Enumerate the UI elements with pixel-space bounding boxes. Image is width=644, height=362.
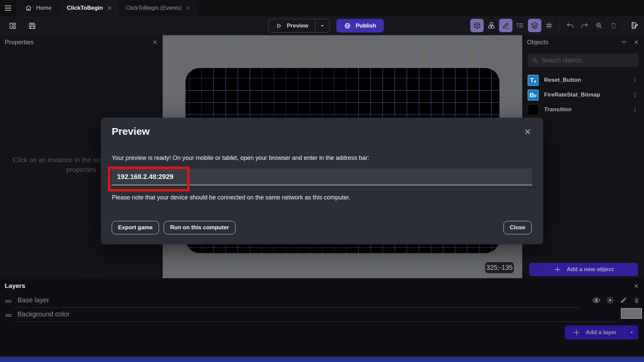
- tab-scene[interactable]: ClickToBegin: [60, 0, 119, 16]
- preview-label: Preview: [287, 22, 308, 29]
- open-project-manager-button[interactable]: [6, 19, 19, 33]
- drag-handle-icon[interactable]: [4, 298, 13, 305]
- undo-button[interactable]: [564, 19, 577, 32]
- objects-search: [528, 54, 639, 67]
- object-name: Reset_Button: [544, 77, 624, 83]
- preview-split-button: Preview: [268, 19, 330, 33]
- panel-title: Properties: [5, 39, 34, 46]
- publish-label: Publish: [356, 22, 376, 29]
- play-icon: [275, 22, 282, 29]
- preview-button[interactable]: Preview: [269, 22, 315, 29]
- kebab-menu-icon[interactable]: [629, 105, 641, 114]
- tab-events[interactable]: ClickToBegin (Events): [119, 0, 198, 16]
- bitmap-font-object-icon: BF: [528, 89, 539, 101]
- edit-scene-events-button[interactable]: [628, 19, 641, 32]
- undo-icon: [566, 21, 574, 29]
- zoom-button[interactable]: [592, 19, 606, 32]
- layer-name[interactable]: Background color: [17, 310, 70, 318]
- eye-icon[interactable]: [592, 296, 601, 305]
- layer-name[interactable]: Base layer: [17, 296, 49, 304]
- tab-label: Home: [36, 5, 51, 11]
- object-name: FireRateStat_Bitmap: [544, 92, 624, 98]
- toggle-objects-panel-button[interactable]: [470, 19, 484, 32]
- panel-title: Layers: [5, 282, 25, 290]
- dialog-title: Preview: [112, 126, 150, 137]
- list-item[interactable]: Transition: [522, 102, 644, 117]
- preview-options-button[interactable]: [315, 23, 329, 28]
- toggle-grid-button[interactable]: [542, 19, 556, 32]
- layer-row-background[interactable]: Background color: [0, 309, 644, 322]
- background-color-swatch[interactable]: [621, 308, 642, 319]
- filter-icon[interactable]: [621, 39, 627, 46]
- dialog-actions: Export game Run on this computer Close: [112, 221, 532, 234]
- list-item[interactable]: Tx Reset_Button: [522, 73, 644, 87]
- divider: [559, 20, 560, 31]
- toggle-properties-panel-button[interactable]: [499, 19, 513, 32]
- objects-list: Tx Reset_Button BF FireRateStat_Bitmap T…: [522, 73, 644, 117]
- divider: [624, 20, 624, 31]
- home-icon: [25, 4, 32, 12]
- chevron-down-icon: [629, 330, 634, 335]
- effects-icon[interactable]: [606, 296, 614, 305]
- tab-label: ClickToBegin (Events): [126, 5, 181, 11]
- close-icon[interactable]: [633, 39, 639, 45]
- toggle-layers-panel-button[interactable]: [528, 19, 541, 32]
- tab-home[interactable]: Home: [16, 0, 60, 16]
- save-icon: [28, 22, 36, 30]
- main-menu-button[interactable]: [0, 0, 16, 16]
- redo-icon: [581, 21, 589, 29]
- publish-button[interactable]: Publish: [336, 19, 383, 33]
- add-layer-button[interactable]: Add a layer: [565, 329, 625, 336]
- panel-title: Objects: [527, 39, 548, 46]
- pencil-icon: [502, 21, 510, 29]
- edit-pencil-icon[interactable]: [620, 296, 628, 304]
- toolbar: Preview Publish: [0, 16, 644, 35]
- toolbar-center: Preview Publish: [268, 19, 384, 33]
- toggle-instances-list-button[interactable]: [514, 19, 527, 32]
- list-item[interactable]: BF FireRateStat_Bitmap: [522, 87, 644, 102]
- layer-row-base[interactable]: Base layer: [0, 295, 644, 308]
- cursor-coordinates-badge: 325;-135: [485, 262, 514, 273]
- search-input[interactable]: [542, 57, 635, 64]
- add-object-label: Add a new object: [567, 266, 613, 273]
- drag-handle-icon[interactable]: [4, 312, 13, 319]
- add-new-object-button[interactable]: Add a new object: [529, 263, 638, 276]
- trash-icon[interactable]: [633, 296, 641, 304]
- tab-bar: Home ClickToBegin ClickToBegin (Events): [0, 0, 644, 16]
- save-button[interactable]: [25, 19, 39, 33]
- zoom-in-icon: [595, 21, 603, 29]
- close-icon[interactable]: [152, 39, 158, 45]
- objects-header: Objects: [522, 35, 644, 49]
- close-icon[interactable]: [107, 5, 112, 11]
- layer-actions: [592, 296, 641, 305]
- globe-icon: [344, 22, 351, 29]
- close-icon[interactable]: [524, 128, 532, 136]
- toggle-instances-panel-button[interactable]: [485, 19, 498, 32]
- plus-icon: [554, 266, 561, 273]
- search-icon: [532, 57, 538, 64]
- toolbar-right: [470, 19, 641, 32]
- delete-button[interactable]: [607, 19, 620, 32]
- layout-panels-icon: [9, 22, 17, 30]
- layers-panel: Layers Base layer: [0, 278, 644, 357]
- add-layer-label: Add a layer: [586, 329, 616, 336]
- tab-label: ClickToBegin: [67, 5, 103, 11]
- run-on-this-computer-button[interactable]: Run on this computer: [164, 221, 235, 234]
- kebab-menu-icon[interactable]: [629, 76, 641, 84]
- redo-button[interactable]: [578, 19, 591, 32]
- hamburger-icon: [4, 4, 12, 12]
- sprite-object-icon: [528, 104, 539, 115]
- export-game-button[interactable]: Export game: [112, 221, 159, 234]
- close-button[interactable]: Close: [503, 221, 532, 234]
- close-icon[interactable]: [185, 5, 191, 11]
- dialog-note-text: Please note that your device should be c…: [112, 194, 528, 201]
- trash-icon: [609, 21, 618, 29]
- preview-address-input[interactable]: [112, 169, 532, 185]
- add-layer-options-button[interactable]: [625, 330, 638, 335]
- close-icon[interactable]: [633, 283, 639, 289]
- text-object-icon: Tx: [528, 75, 539, 86]
- kebab-menu-icon[interactable]: [629, 90, 641, 99]
- dialog-body-text: Your preview is ready! On your mobile or…: [112, 155, 528, 162]
- add-layer-split-button: Add a layer: [565, 325, 638, 340]
- gdevelop-app: Home ClickToBegin ClickToBegin (Events): [0, 0, 644, 362]
